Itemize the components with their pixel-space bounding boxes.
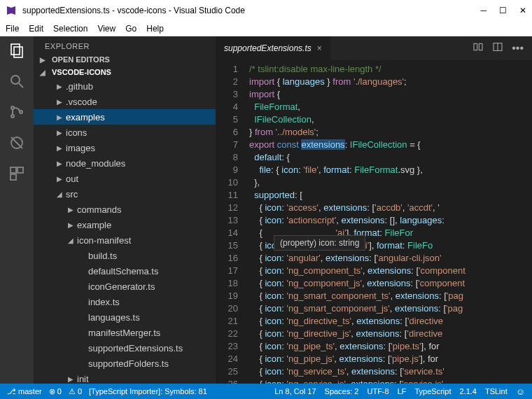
feedback-icon[interactable]: ☺ [516,386,525,397]
file-row[interactable]: supportedFolders.ts [34,356,216,371]
chevron-icon: ▶ [67,375,74,383]
svg-rect-13 [479,43,483,50]
tree-item-label: init [77,374,89,384]
more-icon[interactable]: ••• [512,42,524,55]
svg-point-4 [11,106,14,109]
window-maximize-icon[interactable]: ☐ [499,6,507,15]
split-editor-icon[interactable] [492,41,503,55]
tab-bar: supportedExtensions.ts × ••• [216,36,532,60]
tree-item-label: iconGenerator.ts [88,281,155,292]
open-editors-section[interactable]: ▶OPEN EDITORS [34,53,216,66]
folder-row[interactable]: ▶example [34,217,216,232]
tree-item-label: languages.ts [88,312,140,323]
svg-point-2 [11,76,20,84]
tree-item-label: icons [66,127,87,138]
window-minimize-icon[interactable]: ─ [480,6,486,15]
svg-rect-1 [14,47,22,57]
editor-group: supportedExtensions.ts × ••• 12345678910… [216,36,532,384]
sidebar-title: EXPLORER [34,36,216,53]
chevron-icon: ▶ [56,129,63,136]
project-section[interactable]: ◢VSCODE-ICONS [34,66,216,78]
menu-go[interactable]: Go [125,24,136,34]
tree-item-label: build.ts [88,251,117,261]
menu-edit[interactable]: Edit [29,24,43,34]
code-editor[interactable]: 1234567891011121314151617181920212223242… [216,60,532,384]
tree-item-label: index.ts [88,297,120,307]
vscode-icon [6,5,17,16]
folder-row[interactable]: ▶examples [34,109,216,125]
file-row[interactable]: defaultSchema.ts [34,263,216,279]
file-row[interactable]: languages.ts [34,309,216,325]
menu-help[interactable]: Help [146,24,164,34]
tree-item-label: manifestMerger.ts [88,328,160,338]
file-row[interactable]: build.ts [34,248,216,263]
svg-point-5 [11,115,14,118]
errors-count[interactable]: ⊗ 0 [49,387,62,396]
folder-row[interactable]: ◢icon-manifest [34,232,216,248]
menu-file[interactable]: File [6,24,19,34]
chevron-icon: ▶ [56,160,63,167]
svg-rect-11 [10,174,16,180]
language-mode[interactable]: TypeScript [414,387,451,396]
folder-row[interactable]: ▶out [34,171,216,186]
svg-line-3 [19,83,23,88]
tree-item-label: examples [66,112,105,122]
file-row[interactable]: supportedExtensions.ts [34,340,216,356]
svg-rect-10 [18,167,23,173]
indent-spaces[interactable]: Spaces: 2 [325,387,359,396]
status-bar: ⎇ master ⊗ 0 ⚠ 0 [TypeScript Importer]: … [0,384,532,399]
window-title: supportedExtensions.ts - vscode-icons - … [22,6,480,15]
chevron-icon: ▶ [56,113,63,121]
chevron-icon: ▶ [56,144,63,152]
close-icon[interactable]: × [317,43,322,53]
tslint-status[interactable]: TSLint [485,387,507,396]
git-branch[interactable]: ⎇ master [7,387,42,396]
tree-item-label: out [66,174,78,184]
chevron-icon: ▶ [56,98,63,106]
explorer-icon[interactable] [8,42,25,59]
source-control-icon[interactable] [8,104,25,120]
folder-row[interactable]: ▶node_modules [34,155,216,171]
tree-item-label: supportedFolders.ts [88,358,169,369]
window-close-icon[interactable]: ✕ [519,6,526,15]
folder-row[interactable]: ▶init [34,371,216,384]
tree-item-label: .vscode [66,97,97,107]
folder-row[interactable]: ▶icons [34,125,216,140]
chevron-icon: ◢ [67,237,74,244]
folder-row[interactable]: ▶.github [34,78,216,94]
menu-selection[interactable]: Selection [53,24,88,34]
folder-row[interactable]: ◢src [34,186,216,202]
ts-version[interactable]: 2.1.4 [459,387,476,396]
warnings-count[interactable]: ⚠ 0 [69,387,82,396]
folder-row[interactable]: ▶.vscode [34,94,216,109]
menubar: File Edit Selection View Go Help [0,21,532,36]
chevron-icon: ▶ [67,221,74,229]
debug-icon[interactable] [8,134,25,151]
tree-item-label: images [66,143,95,153]
compare-icon[interactable] [472,41,484,55]
cursor-position[interactable]: Ln 8, Col 17 [274,387,316,396]
tree-item-label: .github [66,81,93,92]
editor-tab[interactable]: supportedExtensions.ts × [216,36,331,60]
extensions-icon[interactable] [8,165,25,182]
eol[interactable]: LF [398,387,407,396]
tree-item-label: commands [77,204,122,215]
svg-rect-9 [10,167,16,173]
tree-item-label: node_modules [66,158,125,169]
file-row[interactable]: iconGenerator.ts [34,279,216,294]
file-row[interactable]: index.ts [34,294,216,309]
ts-importer-status[interactable]: [TypeScript Importer]: Symbols: 81 [89,387,207,396]
search-icon[interactable] [8,73,25,90]
tree-item-label: example [77,220,111,230]
menu-view[interactable]: View [97,24,115,34]
encoding[interactable]: UTF-8 [367,387,388,396]
file-row[interactable]: manifestMerger.ts [34,325,216,340]
chevron-icon: ▶ [56,175,63,183]
tree-item-label: src [66,189,78,200]
window-titlebar: supportedExtensions.ts - vscode-icons - … [0,0,532,21]
svg-rect-12 [474,43,477,50]
tab-label: supportedExtensions.ts [224,43,312,53]
folder-row[interactable]: ▶commands [34,202,216,217]
explorer-sidebar: EXPLORER ▶OPEN EDITORS ◢VSCODE-ICONS ▶.g… [34,36,216,384]
folder-row[interactable]: ▶images [34,140,216,155]
